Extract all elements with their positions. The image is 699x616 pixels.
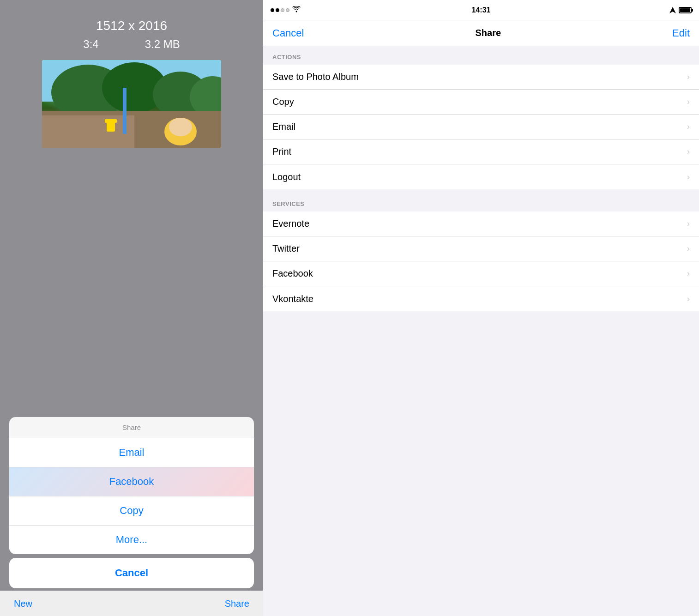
services-section-header: SERVICES — [263, 193, 699, 211]
vkontakte-label: Vkontakte — [272, 294, 313, 304]
nav-title: Share — [475, 28, 501, 38]
photo-thumbnail — [42, 60, 221, 148]
photo-thumb-inner — [42, 60, 221, 148]
left-panel: 1512 x 2016 3:4 3.2 MB — [0, 0, 263, 616]
print-label: Print — [272, 146, 291, 157]
copy-chevron-icon: › — [687, 97, 690, 107]
action-sheet-email[interactable]: Email — [9, 438, 254, 467]
nav-bar: Cancel Share Edit — [263, 20, 699, 46]
save-chevron-icon: › — [687, 72, 690, 82]
image-ratio: 3:4 — [83, 38, 98, 51]
services-list: Evernote › Twitter › Facebook › Vkontakt… — [263, 211, 699, 311]
status-right — [669, 7, 692, 13]
bottom-bar: New Share — [0, 591, 263, 616]
services-header-text: SERVICES — [272, 200, 305, 207]
facebook-chevron-icon: › — [687, 269, 690, 278]
evernote-chevron-icon: › — [687, 219, 690, 229]
wifi-icon — [292, 6, 301, 14]
signal-dots — [271, 8, 289, 12]
twitter-chevron-icon: › — [687, 244, 690, 254]
logout-chevron-icon: › — [687, 172, 690, 182]
action-sheet-title: Share — [9, 417, 254, 438]
logout-item[interactable]: Logout › — [263, 164, 699, 189]
status-left — [271, 6, 301, 14]
image-filesize: 3.2 MB — [145, 38, 180, 51]
signal-dot-1 — [271, 8, 274, 12]
svg-rect-8 — [105, 119, 117, 123]
facebook-service-item[interactable]: Facebook › — [263, 261, 699, 286]
save-to-photo-album-item[interactable]: Save to Photo Album › — [263, 65, 699, 90]
vkontakte-item[interactable]: Vkontakte › — [263, 286, 699, 311]
battery-icon — [679, 7, 692, 13]
action-sheet: Share Email Facebook Copy More... Cancel — [9, 417, 254, 588]
actions-section-header: ACTIONS — [263, 46, 699, 65]
vkontakte-chevron-icon: › — [687, 294, 690, 304]
action-sheet-more[interactable]: More... — [9, 525, 254, 554]
save-to-photo-album-label: Save to Photo Album — [272, 72, 359, 82]
cancel-button[interactable]: Cancel — [272, 27, 304, 39]
image-dimensions: 1512 x 2016 — [83, 18, 180, 33]
action-sheet-cancel[interactable]: Cancel — [9, 558, 254, 588]
signal-dot-2 — [276, 8, 279, 12]
image-info: 1512 x 2016 3:4 3.2 MB — [83, 18, 180, 51]
svg-point-11 — [169, 118, 192, 136]
svg-rect-9 — [123, 88, 127, 134]
action-sheet-copy[interactable]: Copy — [9, 496, 254, 525]
action-sheet-main: Share Email Facebook Copy More... — [9, 417, 254, 554]
location-icon — [669, 7, 676, 13]
signal-dot-3 — [281, 8, 284, 12]
logout-label: Logout — [272, 172, 301, 182]
email-item[interactable]: Email › — [263, 115, 699, 139]
signal-dot-4 — [286, 8, 289, 12]
twitter-item[interactable]: Twitter › — [263, 236, 699, 261]
copy-item[interactable]: Copy › — [263, 90, 699, 115]
actions-header-text: ACTIONS — [272, 54, 301, 60]
email-label: Email — [272, 121, 295, 132]
twitter-label: Twitter — [272, 243, 300, 254]
evernote-label: Evernote — [272, 218, 309, 229]
bottom-bar-new[interactable]: New — [14, 598, 32, 609]
copy-label: Copy — [272, 97, 294, 107]
edit-button[interactable]: Edit — [672, 27, 690, 39]
status-time: 14:31 — [472, 6, 491, 14]
email-chevron-icon: › — [687, 122, 690, 132]
status-bar: 14:31 — [263, 0, 699, 20]
image-meta: 3:4 3.2 MB — [83, 38, 180, 51]
battery-fill — [680, 8, 690, 12]
actions-list: Save to Photo Album › Copy › Email › Pri… — [263, 65, 699, 189]
section-gap-1 — [263, 189, 699, 193]
svg-rect-6 — [42, 115, 134, 148]
evernote-item[interactable]: Evernote › — [263, 211, 699, 236]
bottom-bar-share[interactable]: Share — [225, 598, 249, 609]
print-item[interactable]: Print › — [263, 139, 699, 164]
print-chevron-icon: › — [687, 147, 690, 157]
right-panel: 14:31 Cancel Share Edit ACTIONS Save to … — [263, 0, 699, 616]
svg-marker-12 — [669, 7, 676, 13]
facebook-service-label: Facebook — [272, 268, 313, 279]
action-sheet-facebook[interactable]: Facebook — [9, 467, 254, 496]
